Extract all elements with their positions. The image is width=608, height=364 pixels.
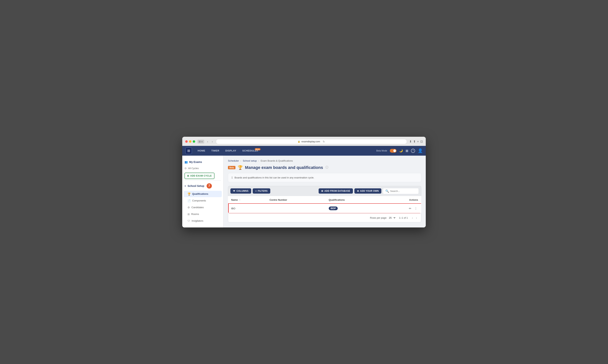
add-exam-cycle-button[interactable]: ⊞ ADD EXAM CYCLE	[184, 173, 214, 179]
more-options-button[interactable]: ⋮	[414, 206, 418, 211]
breadcrumb-sep-1: ›	[240, 159, 241, 162]
table-container: 👁 COLUMNS ≡ FILTERS ⊞ ADD FROM DATABASE …	[228, 186, 421, 222]
next-page-button[interactable]: ›	[415, 216, 418, 220]
chat-icon[interactable]: ▦	[405, 149, 408, 153]
sidebar-divider	[184, 181, 221, 181]
invigilators-label: Invigilators	[192, 220, 203, 222]
pagination-info: 1–1 of 1	[399, 216, 408, 219]
minimize-button[interactable]	[189, 140, 192, 143]
rooms-label: Rooms	[191, 213, 199, 216]
table-header: Name ↑ Centre Number Qualifications Acti…	[228, 196, 421, 204]
close-button[interactable]	[185, 140, 188, 143]
sidebar-item-rooms[interactable]: ⊞ Rooms	[184, 211, 222, 217]
help-icon[interactable]: ?	[411, 149, 415, 153]
beta-nav-badge: Beta	[255, 148, 261, 150]
beta-badge: Beta	[228, 166, 235, 169]
info-banner: ℹ Boards and qualifications in this list…	[228, 173, 421, 182]
sidebar-all-cycles[interactable]: ⊙ All Cycles	[182, 165, 223, 171]
app-header: ⊞ HOME TIMER DISPLAY SCHEDULER Beta Beta…	[182, 146, 426, 156]
breadcrumb: Scheduler › School setup › Exam Boards &…	[228, 159, 421, 162]
address-bar[interactable]: 🔒 examdisplay.com ↻	[216, 139, 407, 144]
add-db-label: ADD FROM DATABASE	[324, 190, 350, 192]
sidebar-school-setup[interactable]: ≡ School Setup 7	[182, 182, 223, 190]
table-footer: Rows per page: 25 50 100 1–1 of 1 ‹ ›	[228, 213, 421, 222]
candidates-icon: ⚙	[188, 206, 190, 209]
app-logo: ⊞	[185, 147, 192, 154]
add-your-own-button[interactable]: ⊕ ADD YOUR OWN	[354, 188, 381, 194]
filters-icon: ≡	[255, 190, 257, 192]
cell-centre-number	[266, 204, 326, 213]
table-row: IBO IBDP ✏ ⋮	[228, 204, 421, 213]
add-from-database-button[interactable]: ⊞ ADD FROM DATABASE	[318, 188, 353, 194]
school-setup-icon: ≡	[184, 184, 186, 187]
school-setup-label: School Setup	[188, 184, 204, 187]
search-icon: 🔍	[385, 189, 389, 193]
filters-button[interactable]: ≡ FILTERS	[253, 188, 270, 194]
columns-eye-icon: 👁	[233, 190, 235, 192]
rows-per-page-select[interactable]: 25 50 100	[388, 216, 396, 220]
info-icon: ℹ	[232, 176, 233, 179]
page-help-icon[interactable]: ⓘ	[325, 166, 328, 169]
components-label: Components	[192, 199, 206, 202]
cell-name: IBO	[228, 204, 267, 213]
my-exams-label: My Exams	[189, 160, 202, 164]
data-table: Name ↑ Centre Number Qualifications Acti…	[228, 196, 421, 213]
nav-display[interactable]: DISPLAY	[223, 148, 239, 154]
download-icon[interactable]: ⬇	[409, 140, 412, 143]
breadcrumb-scheduler[interactable]: Scheduler	[228, 159, 239, 162]
nav-home[interactable]: HOME	[195, 148, 208, 154]
sidebar: 👥 My Exams ⊙ All Cycles ⊞ ADD EXAM CYCLE…	[182, 156, 223, 227]
rows-per-page: Rows per page: 25 50 100	[370, 216, 396, 220]
maximize-button[interactable]	[193, 140, 195, 143]
back-btn[interactable]: ‹	[207, 139, 209, 144]
sidebar-item-qualifications[interactable]: 🏆 Qualifications	[184, 191, 222, 197]
page-title: Manage exam boards and qualifications	[245, 165, 323, 170]
actions-cell: ✏ ⋮	[384, 206, 418, 211]
nav-scheduler[interactable]: SCHEDULER Beta	[240, 148, 261, 154]
main-nav: HOME TIMER DISPLAY SCHEDULER Beta	[195, 148, 261, 154]
components-icon: 📄	[188, 199, 191, 202]
title-trophy-icon: 🏆	[238, 165, 243, 170]
col-header-qualifications: Qualifications	[326, 196, 381, 204]
sidebar-my-exams[interactable]: 👥 My Exams	[182, 159, 223, 165]
share-icon[interactable]: ⬆	[413, 140, 416, 143]
sort-icon-name[interactable]: ↑	[239, 198, 240, 201]
filters-label: FILTERS	[258, 190, 268, 192]
forward-btn[interactable]: ›	[211, 139, 214, 144]
qualifications-label: Qualifications	[192, 193, 208, 195]
sidebar-item-components[interactable]: 📄 Components	[184, 197, 222, 204]
cell-qualifications: IBDP	[326, 204, 381, 213]
breadcrumb-sep-2: ›	[258, 159, 259, 162]
search-box[interactable]: 🔍	[383, 188, 419, 194]
sidebar-item-candidates[interactable]: ⚙ Candidates	[184, 204, 222, 211]
browser-actions: ⬇ ⬆ + ⊡	[409, 140, 423, 143]
nav-timer[interactable]: TIMER	[209, 148, 222, 154]
search-input[interactable]	[390, 190, 416, 193]
add-exam-label: ADD EXAM CYCLE	[190, 174, 212, 177]
dark-mode-icon[interactable]: 🌙	[399, 149, 403, 153]
breadcrumb-school-setup[interactable]: School setup	[243, 159, 257, 162]
new-tab-icon[interactable]: +	[417, 140, 419, 143]
qualifications-icon: 🏆	[188, 193, 191, 195]
info-text: Boards and qualifications in this list c…	[235, 176, 314, 179]
edit-button[interactable]: ✏	[408, 206, 412, 211]
table-body: IBO IBDP ✏ ⋮	[228, 204, 421, 213]
window-toggle-btn[interactable]: ⊟ ∨	[197, 140, 204, 143]
url-text: examdisplay.com	[301, 140, 320, 143]
browser-window: ⊟ ∨ ‹ › 🔒 examdisplay.com ↻ ⬇ ⬆ + ⊡ ⊞ HO…	[182, 137, 426, 227]
lock-icon: 🔒	[298, 140, 300, 143]
reload-btn[interactable]: ↻	[323, 140, 325, 143]
columns-button[interactable]: 👁 COLUMNS	[230, 188, 251, 194]
col-header-actions: Actions	[381, 196, 421, 204]
prev-page-button[interactable]: ‹	[411, 216, 414, 220]
all-cycles-icon: ⊙	[184, 167, 187, 170]
beta-mode-toggle[interactable]	[390, 149, 397, 153]
col-header-centre-number: Centre Number	[266, 196, 326, 204]
add-own-label: ADD YOUR OWN	[360, 190, 379, 192]
user-icon[interactable]: 👤	[418, 148, 423, 153]
sidebar-item-invigilators[interactable]: 🛡 Invigilators	[184, 218, 222, 224]
page-title-row: Beta 🏆 Manage exam boards and qualificat…	[228, 165, 421, 170]
invigilators-icon: 🛡	[188, 220, 190, 222]
traffic-lights	[185, 140, 195, 143]
sidebar-icon[interactable]: ⊡	[420, 140, 423, 143]
